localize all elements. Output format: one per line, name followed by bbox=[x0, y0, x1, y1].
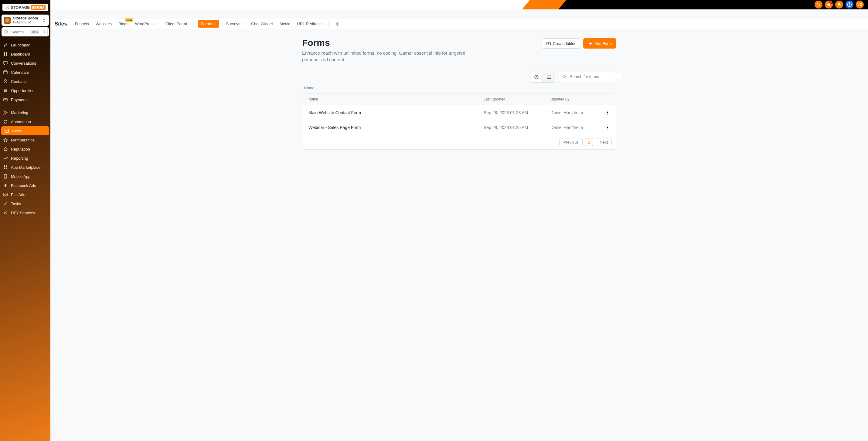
col-by: Updated By bbox=[545, 93, 599, 105]
bolt-icon[interactable] bbox=[41, 29, 48, 35]
brand-text-1: STORAGE bbox=[11, 5, 30, 10]
trend-icon bbox=[3, 156, 8, 161]
layout-icon bbox=[4, 128, 9, 133]
apps-icon bbox=[3, 165, 8, 170]
tab-client-portal[interactable]: Client Portal bbox=[165, 22, 191, 26]
page-subtitle: Enhance reach with unlimited forms, no c… bbox=[302, 50, 484, 63]
view-list-button[interactable] bbox=[542, 72, 555, 82]
sidebar-item-sites[interactable]: Sites bbox=[1, 126, 49, 135]
sub-nav: Sites FunnelsWebsitesBlogsNewWordPressCl… bbox=[51, 19, 868, 29]
sidebar-item-label: Memberships bbox=[11, 138, 35, 143]
sidebar-item-memberships[interactable]: Memberships bbox=[0, 135, 51, 145]
account-switcher[interactable]: Storage Boom Belgrade, MT bbox=[2, 14, 49, 26]
global-search-input[interactable] bbox=[11, 29, 29, 35]
forms-table: Name Last Updated Updated By Main Websit… bbox=[302, 93, 616, 150]
sidebar-item-facebook-ads[interactable]: Facebook Ads bbox=[0, 181, 51, 190]
row-actions-button[interactable] bbox=[599, 105, 616, 120]
sidebar-item-opportunities[interactable]: Opportunities bbox=[0, 86, 51, 95]
folder-plus-icon bbox=[546, 41, 551, 46]
tab-blogs[interactable]: BlogsNew bbox=[118, 22, 128, 26]
logo[interactable]: STORAGE BOOM bbox=[0, 0, 51, 14]
forms-search-input[interactable] bbox=[569, 74, 621, 79]
tab-url-redirects[interactable]: URL Redirects bbox=[297, 22, 322, 26]
sidebar-item-label: App Marketplace bbox=[11, 165, 41, 170]
sidebar-item-reputation[interactable]: Reputation bbox=[0, 145, 51, 154]
search-icon bbox=[4, 29, 9, 34]
phone-icon[interactable] bbox=[814, 1, 823, 8]
sidebar-item-label: Reporting bbox=[11, 156, 28, 161]
chevron-down-icon bbox=[188, 23, 191, 26]
tab-chat-widget[interactable]: Chat Widget bbox=[251, 22, 273, 26]
sidebar-item-automation[interactable]: Automation bbox=[0, 117, 51, 126]
next-button[interactable]: Next bbox=[596, 138, 612, 146]
account-name: Storage Boom bbox=[13, 17, 39, 20]
announcements-icon[interactable] bbox=[825, 1, 833, 8]
sidebar-item-label: DFY Services bbox=[11, 211, 35, 215]
sidebar-item-label: Dashboard bbox=[11, 52, 30, 57]
view-toggle bbox=[530, 72, 555, 83]
sidebar-item-calendars[interactable]: Calendars bbox=[0, 68, 51, 77]
image-icon bbox=[3, 192, 8, 197]
previous-button[interactable]: Previous bbox=[559, 138, 583, 146]
sidebar-item-payments[interactable]: Payments bbox=[0, 95, 51, 104]
forms-search[interactable] bbox=[559, 72, 616, 82]
page-1-button[interactable]: 1 bbox=[585, 138, 593, 146]
sidebar-item-reporting[interactable]: Reporting bbox=[0, 154, 51, 163]
chat-icon bbox=[3, 61, 8, 66]
new-badge: New bbox=[125, 18, 133, 22]
col-updated: Last Updated bbox=[477, 93, 545, 105]
help-icon[interactable] bbox=[845, 1, 854, 8]
check-icon bbox=[3, 201, 8, 206]
sidebar-item-label: Contacts bbox=[11, 79, 26, 84]
sidebar-item-contacts[interactable]: Contacts bbox=[0, 77, 51, 86]
user-avatar[interactable]: VD bbox=[856, 1, 864, 8]
breadcrumb[interactable]: Home bbox=[304, 86, 616, 90]
card-icon bbox=[3, 97, 8, 102]
tab-forms[interactable]: Forms bbox=[198, 20, 219, 28]
col-name: Name bbox=[302, 93, 477, 105]
search-icon bbox=[562, 74, 567, 79]
tab-websites[interactable]: Websites bbox=[96, 22, 112, 26]
subnav-settings-icon[interactable] bbox=[335, 22, 340, 26]
global-search[interactable]: ⌘ K bbox=[2, 27, 49, 36]
add-form-button[interactable]: Add Form bbox=[583, 38, 616, 49]
chevron-down-icon bbox=[156, 23, 159, 26]
sidebar: STORAGE BOOM Storage Boom Belgrade, MT ⌘… bbox=[0, 0, 51, 441]
cell-updated: Sep 28, 2023 01:25 AM bbox=[477, 120, 545, 135]
chevron-down-icon bbox=[241, 23, 244, 26]
star-icon bbox=[3, 137, 8, 143]
sidebar-item-mobile-app[interactable]: Mobile App bbox=[0, 172, 51, 181]
thumb-icon bbox=[3, 147, 8, 152]
more-icon bbox=[605, 125, 610, 130]
tab-funnels[interactable]: Funnels bbox=[75, 22, 89, 26]
create-folder-button[interactable]: Create folder bbox=[541, 38, 580, 49]
sidebar-item-app-marketplace[interactable]: App Marketplace bbox=[0, 163, 51, 172]
sidebar-item-dfy-services[interactable]: DFY Services bbox=[0, 208, 51, 217]
notifications-icon[interactable] bbox=[835, 1, 843, 8]
tab-surveys[interactable]: Surveys bbox=[226, 22, 244, 26]
table-row[interactable]: Main Website Contact FormSep 28, 2023 01… bbox=[302, 105, 616, 120]
sidebar-item-label: Tasks bbox=[11, 201, 21, 206]
sidebar-item-label: Sites bbox=[12, 129, 21, 133]
sidebar-item-conversations[interactable]: Conversations bbox=[0, 59, 51, 68]
row-actions-button[interactable] bbox=[599, 120, 616, 135]
more-icon bbox=[605, 110, 610, 115]
tab-wordpress[interactable]: WordPress bbox=[135, 22, 159, 26]
user-icon bbox=[3, 79, 8, 84]
brand-text-2: BOOM bbox=[31, 5, 45, 10]
sidebar-item-label: Calendars bbox=[11, 70, 29, 75]
table-row[interactable]: Webinar - Sales Page FormSep 28, 2023 01… bbox=[302, 120, 616, 135]
cell-by: Daniel Hartzheim bbox=[545, 105, 599, 120]
top-bar: VD bbox=[0, 0, 868, 9]
sidebar-item-marketing[interactable]: Marketing bbox=[0, 108, 51, 117]
view-recent-button[interactable] bbox=[530, 72, 542, 82]
search-shortcut: ⌘ K bbox=[31, 30, 39, 34]
refresh-icon bbox=[3, 119, 8, 124]
tab-media[interactable]: Media bbox=[280, 22, 290, 26]
list-icon bbox=[547, 75, 551, 80]
sidebar-item-launchpad[interactable]: Launchpad bbox=[0, 40, 51, 50]
sidebar-item-dashboard[interactable]: Dashboard bbox=[0, 50, 51, 59]
cell-name: Webinar - Sales Page Form bbox=[302, 120, 477, 135]
sidebar-item-tasks[interactable]: Tasks bbox=[0, 199, 51, 208]
sidebar-item-plai-ads[interactable]: Plai Ads bbox=[0, 190, 51, 199]
